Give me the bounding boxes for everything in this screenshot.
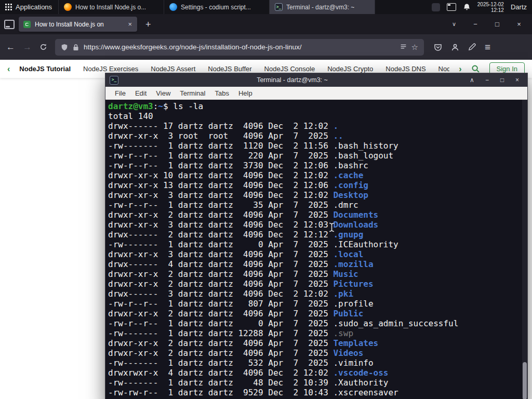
ls-filename: Desktop <box>333 190 368 200</box>
nav-item-nodejs-crypto[interactable]: NodeJS Crypto <box>327 65 373 73</box>
terminal-window: >_ Terminal - dartz@vm3: ~ ∧ − □ × FileE… <box>105 73 528 399</box>
terminal-ls-line: -rw-r--r-- 1 dartz dartz 220 Apr 7 2025 … <box>108 151 521 161</box>
back-button[interactable]: ← <box>6 43 15 51</box>
terminal-scrollbar[interactable] <box>522 100 527 399</box>
ls-filename: .viminfo <box>333 358 373 368</box>
nav-item-node[interactable]: Node <box>438 65 450 73</box>
terminal-menu-terminal[interactable]: Terminal <box>175 89 210 97</box>
ls-filename: .bash_logout <box>333 151 393 161</box>
terminal-output: dartz@vm3:~$ ls -latotal 140drwx------ 1… <box>108 101 521 397</box>
ls-filename: .Xauthority <box>333 378 388 388</box>
nav-scroll-right-icon[interactable]: › <box>459 65 461 73</box>
ls-filename: Downloads <box>333 220 378 230</box>
terminal-menu-help[interactable]: Help <box>234 89 257 97</box>
terminal-ls-line: -rw-r--r-- 1 dartz dartz 0 Apr 7 2025 .s… <box>108 318 521 328</box>
terminal-ls-line: drwxr-xr-x 2 dartz dartz 4096 Apr 7 2025… <box>108 309 521 318</box>
ls-filename: .bashrc <box>333 161 368 170</box>
nav-item-nodejs-assert[interactable]: NodeJS Assert <box>151 65 195 73</box>
browser-tab[interactable]: How to Install Node.js on × <box>19 17 137 32</box>
terminal-ls-line: drwxr-xr-x 10 dartz dartz 4096 Dec 2 12:… <box>108 170 521 180</box>
ls-filename: .vscode-oss <box>333 368 388 378</box>
terminal-window-icon: >_ <box>110 76 118 85</box>
firefox-view-icon[interactable] <box>4 20 15 29</box>
taskbar-button-firefox[interactable]: How to Install Node.js o... <box>58 0 164 14</box>
nav-item-nodejs-console[interactable]: NodeJS Console <box>264 65 315 73</box>
bookmark-star-icon[interactable]: ☆ <box>411 43 418 52</box>
terminal-ls-line: drwx------ 3 dartz dartz 4096 Dec 2 12:0… <box>108 289 521 299</box>
new-tab-button[interactable]: + <box>141 20 155 29</box>
terminal-ls-line: -rw-rw-r-- 1 dartz dartz 9529 Dec 2 10:4… <box>108 388 521 397</box>
toolbar-right-icons: ≡ <box>432 42 490 52</box>
pocket-icon[interactable] <box>434 43 442 51</box>
ls-filename: . <box>333 121 338 131</box>
menu-hamburger-icon[interactable]: ≡ <box>485 42 490 52</box>
terminal-menubar: FileEditViewTerminalTabsHelp <box>105 87 527 100</box>
user-menu[interactable]: Dartz <box>511 3 528 11</box>
terminal-ls-line: drwxr-xr-x 3 dartz dartz 4096 Dec 2 12:0… <box>108 220 521 230</box>
terminal-menu-file[interactable]: File <box>110 89 130 97</box>
vscodium-icon <box>169 3 177 11</box>
terminal-ls-line: drwxr-xr-x 3 root root 4096 Apr 7 2025 .… <box>108 131 521 141</box>
ls-filename: .mozilla <box>333 259 373 269</box>
tab-bar: How to Install Node.js on × + ∨ − □ × <box>0 14 532 34</box>
terminal-menu-edit[interactable]: Edit <box>130 89 151 97</box>
terminal-close-button[interactable]: × <box>511 76 523 84</box>
nav-scroll-left-icon[interactable]: ‹ <box>7 65 10 73</box>
clock[interactable]: 2025-12-02 12:12 <box>477 2 504 13</box>
ls-filename: Public <box>333 309 363 318</box>
applications-grid-icon <box>5 4 12 10</box>
tab-title: How to Install Node.js on <box>35 21 123 28</box>
ls-filename: .swp <box>333 328 353 338</box>
terminal-title: Terminal - dartz@vm3: ~ <box>122 76 463 84</box>
lock-icon[interactable] <box>73 44 79 51</box>
notifications-bell-icon[interactable] <box>463 3 471 11</box>
site-nav-items: NodeJS TutorialNodeJS ExercisesNodeJS As… <box>19 65 449 73</box>
ls-filename: .cache <box>333 170 363 180</box>
ls-filename: .pki <box>333 289 353 299</box>
extension-pen-icon[interactable] <box>468 43 476 51</box>
reader-mode-icon[interactable] <box>400 44 407 50</box>
terminal-ls-line: -rw------- 1 dartz dartz 0 Apr 7 2025 .I… <box>108 240 521 249</box>
terminal-ls-line: -rw------- 1 dartz dartz 48 Dec 2 10:39 … <box>108 378 521 388</box>
terminal-shade-button[interactable]: ∧ <box>466 76 478 84</box>
terminal-scrollbar-thumb[interactable] <box>523 362 527 399</box>
terminal-titlebar[interactable]: >_ Terminal - dartz@vm3: ~ ∧ − □ × <box>105 73 527 87</box>
ls-filename: .gnupg <box>333 230 363 240</box>
search-icon[interactable] <box>471 64 480 73</box>
window-close-button[interactable]: × <box>510 20 528 28</box>
list-all-tabs-icon[interactable]: ∨ <box>446 21 462 28</box>
terminal-ls-line: drwx------ 4 dartz dartz 4096 Apr 7 2025… <box>108 259 521 269</box>
terminal-maximize-button[interactable]: □ <box>496 76 508 84</box>
window-maximize-button[interactable]: □ <box>488 20 506 28</box>
forward-button[interactable]: → <box>23 43 32 51</box>
tray-terminal-icon[interactable] <box>447 3 456 11</box>
reload-button[interactable] <box>39 43 47 51</box>
desktop: Applications How to Install Node.js o...… <box>0 0 532 399</box>
taskbar-button-label: Settings - codium script... <box>181 4 251 11</box>
taskbar-button-terminal[interactable]: >_Terminal - dartz@vm3: ~ <box>269 0 375 14</box>
terminal-menu-view[interactable]: View <box>151 89 175 97</box>
nav-item-nodejs-tutorial[interactable]: NodeJS Tutorial <box>19 65 71 73</box>
terminal-ls-line: -rw-r--r-- 1 dartz dartz 807 Apr 7 2025 … <box>108 299 521 309</box>
tab-close-icon[interactable]: × <box>127 20 132 28</box>
ls-filename: Templates <box>333 338 378 348</box>
url-bar[interactable]: https://www.geeksforgeeks.org/node-js/in… <box>55 39 424 56</box>
ls-filename: Documents <box>333 210 378 220</box>
nav-item-nodejs-buffer[interactable]: NodeJS Buffer <box>208 65 251 73</box>
url-text[interactable]: https://www.geeksforgeeks.org/node-js/in… <box>84 43 395 51</box>
terminal-ls-line: -rw-r--r-- 1 dartz dartz 3730 Dec 2 12:0… <box>108 161 521 170</box>
tracking-protection-shield-icon[interactable] <box>61 44 68 51</box>
taskbar-button-label: How to Install Node.js o... <box>75 4 146 11</box>
tray-app-icon[interactable] <box>432 3 440 11</box>
nav-item-nodejs-exercises[interactable]: NodeJS Exercises <box>83 65 138 73</box>
terminal-screen[interactable]: dartz@vm3:~$ ls -latotal 140drwx------ 1… <box>105 100 527 399</box>
ls-filename: .bash_history <box>333 141 398 151</box>
taskbar-button-vscodium[interactable]: Settings - codium script... <box>164 0 269 14</box>
applications-menu-button[interactable]: Applications <box>0 0 58 14</box>
navigation-toolbar: ← → https://www.geeksforgeeks.org/node-j… <box>0 34 532 60</box>
account-icon[interactable] <box>451 43 459 51</box>
window-minimize-button[interactable]: − <box>467 20 484 28</box>
terminal-minimize-button[interactable]: − <box>481 76 493 84</box>
nav-item-nodejs-dns[interactable]: NodeJS DNS <box>385 65 425 73</box>
terminal-menu-tabs[interactable]: Tabs <box>210 89 233 97</box>
